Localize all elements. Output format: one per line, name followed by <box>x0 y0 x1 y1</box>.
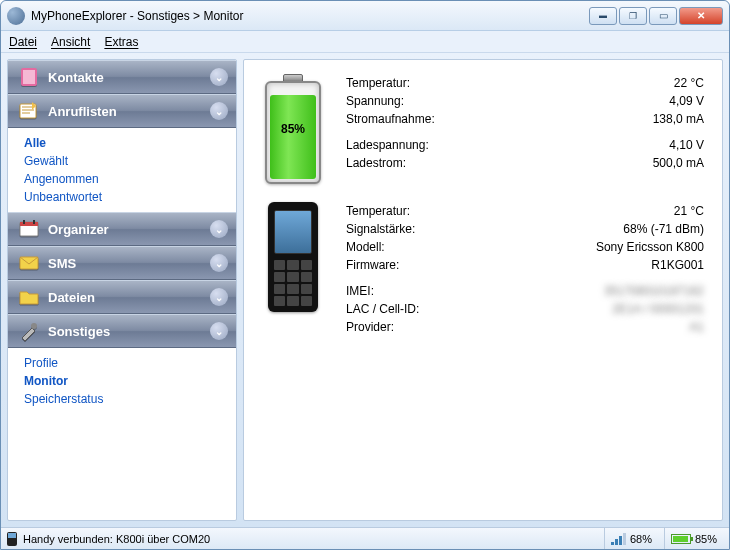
window-title: MyPhoneExplorer - Sonstiges > Monitor <box>31 9 589 23</box>
sms-icon <box>18 252 40 274</box>
statusbar: Handy verbunden: K800i über COM20 68% 85… <box>1 527 729 549</box>
battery-percent: 85% <box>265 74 321 184</box>
phone-imei-label: IMEI: <box>346 284 486 298</box>
phone-temp-value: 21 °C <box>486 204 704 218</box>
phone-model-value: Sony Ericsson K800 <box>486 240 704 254</box>
phone-lac-value: 2E1A / 00001201 <box>486 302 704 316</box>
status-phone-icon <box>7 532 17 546</box>
phone-provider-label: Provider: <box>346 320 486 334</box>
sidebar-item-alle[interactable]: Alle <box>8 134 236 152</box>
sidebar: Kontakte ⌄ Anruflisten ⌄ Alle Gewählt An… <box>7 59 237 521</box>
phone-provider-value: A1 <box>486 320 704 334</box>
folder-icon <box>18 286 40 308</box>
status-battery: 85% <box>664 528 723 549</box>
battery-block: 85% Temperatur:22 °C Spannung:4,09 V Str… <box>262 74 704 184</box>
close-button[interactable] <box>679 7 723 25</box>
sidebar-item-profile[interactable]: Profile <box>8 354 236 372</box>
svg-point-6 <box>31 323 37 329</box>
sidebar-item-unbeantwortet[interactable]: Unbeantwortet <box>8 188 236 206</box>
sidebar-section-sonstiges[interactable]: Sonstiges ⌄ <box>8 314 236 348</box>
sidebar-label: Kontakte <box>48 70 104 85</box>
sidebar-label: Anruflisten <box>48 104 117 119</box>
sidebar-item-speicherstatus[interactable]: Speicherstatus <box>8 390 236 408</box>
chevron-down-icon: ⌄ <box>210 102 228 120</box>
menu-extras[interactable]: Extras <box>104 35 138 49</box>
status-battery-value: 85% <box>695 533 717 545</box>
svg-rect-1 <box>23 70 35 84</box>
phone-block: Temperatur:21 °C Signalstärke:68% (-71 d… <box>262 202 704 336</box>
sidebar-section-sonstiges-body: Profile Monitor Speicherstatus <box>8 348 236 414</box>
sidebar-item-angenommen[interactable]: Angenommen <box>8 170 236 188</box>
menu-datei[interactable]: Datei <box>9 35 37 49</box>
menu-ansicht[interactable]: Ansicht <box>51 35 90 49</box>
maximize-button[interactable] <box>649 7 677 25</box>
titlebar[interactable]: MyPhoneExplorer - Sonstiges > Monitor <box>1 1 729 31</box>
status-text: Handy verbunden: K800i über COM20 <box>23 533 210 545</box>
sidebar-item-gewaehlt[interactable]: Gewählt <box>8 152 236 170</box>
sidebar-section-anruflisten[interactable]: Anruflisten ⌄ <box>8 94 236 128</box>
battery-icon: 85% <box>265 74 321 184</box>
battery-chargev-value: 4,10 V <box>486 138 704 152</box>
content-panel: 85% Temperatur:22 °C Spannung:4,09 V Str… <box>243 59 723 521</box>
sidebar-section-organizer[interactable]: Organizer ⌄ <box>8 212 236 246</box>
app-window: MyPhoneExplorer - Sonstiges > Monitor Da… <box>0 0 730 550</box>
battery-draw-value: 138,0 mA <box>486 112 704 126</box>
sidebar-section-anruflisten-body: Alle Gewählt Angenommen Unbeantwortet <box>8 128 236 212</box>
phone-model-label: Modell: <box>346 240 486 254</box>
battery-chargei-label: Ladestrom: <box>346 156 486 170</box>
phone-firmware-value: R1KG001 <box>486 258 704 272</box>
battery-chargev-label: Ladespannung: <box>346 138 486 152</box>
phone-temp-label: Temperatur: <box>346 204 486 218</box>
status-signal: 68% <box>604 528 658 549</box>
sidebar-item-monitor[interactable]: Monitor <box>8 372 236 390</box>
phone-lac-label: LAC / Cell-ID: <box>346 302 486 316</box>
sidebar-label: Organizer <box>48 222 109 237</box>
phone-firmware-label: Firmware: <box>346 258 486 272</box>
minimize-button[interactable] <box>589 7 617 25</box>
status-signal-value: 68% <box>630 533 652 545</box>
sidebar-section-dateien[interactable]: Dateien ⌄ <box>8 280 236 314</box>
sidebar-label: Dateien <box>48 290 95 305</box>
sidebar-section-kontakte[interactable]: Kontakte ⌄ <box>8 60 236 94</box>
app-icon <box>7 7 25 25</box>
sidebar-label: SMS <box>48 256 76 271</box>
battery-draw-label: Stromaufnahme: <box>346 112 486 126</box>
svg-rect-4 <box>20 222 38 226</box>
phone-imei-value: 351708010187162 <box>486 284 704 298</box>
battery-temp-value: 22 °C <box>486 76 704 90</box>
chevron-down-icon: ⌄ <box>210 322 228 340</box>
tools-icon <box>18 320 40 342</box>
restore-button[interactable] <box>619 7 647 25</box>
chevron-down-icon: ⌄ <box>210 68 228 86</box>
mini-battery-icon <box>671 534 691 544</box>
contacts-icon <box>18 66 40 88</box>
calllist-icon <box>18 100 40 122</box>
chevron-down-icon: ⌄ <box>210 288 228 306</box>
battery-volt-label: Spannung: <box>346 94 486 108</box>
battery-volt-value: 4,09 V <box>486 94 704 108</box>
phone-signal-label: Signalstärke: <box>346 222 486 236</box>
battery-chargei-value: 500,0 mA <box>486 156 704 170</box>
chevron-down-icon: ⌄ <box>210 254 228 272</box>
chevron-down-icon: ⌄ <box>210 220 228 238</box>
battery-temp-label: Temperatur: <box>346 76 486 90</box>
menubar: Datei Ansicht Extras <box>1 31 729 53</box>
signal-bars-icon <box>611 533 626 545</box>
sidebar-section-sms[interactable]: SMS ⌄ <box>8 246 236 280</box>
phone-icon <box>268 202 318 312</box>
phone-signal-value: 68% (-71 dBm) <box>486 222 704 236</box>
organizer-icon <box>18 218 40 240</box>
sidebar-label: Sonstiges <box>48 324 110 339</box>
